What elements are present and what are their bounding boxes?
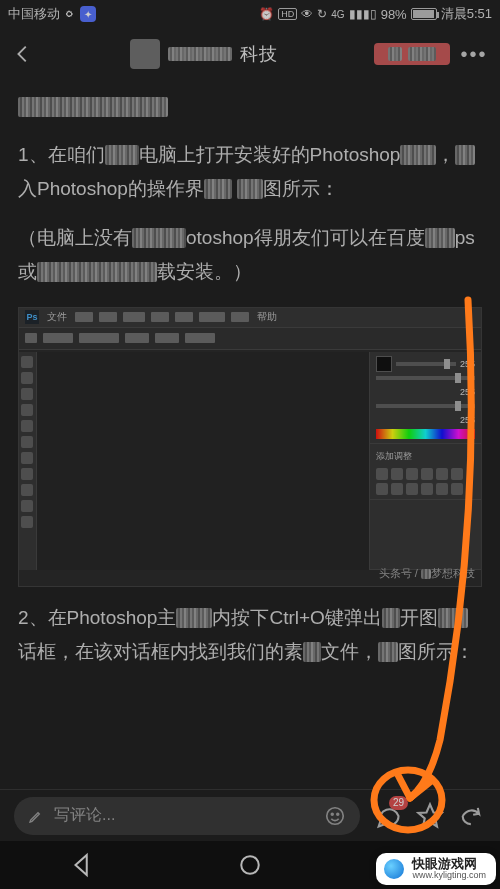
svg-point-2	[337, 813, 339, 815]
clock-label: 清晨5:51	[441, 5, 492, 23]
watermark-url: www.kyligting.com	[412, 871, 486, 881]
more-button[interactable]: •••	[460, 43, 488, 66]
emoji-icon[interactable]	[324, 805, 346, 827]
comment-placeholder: 写评论...	[54, 805, 115, 826]
follow-label-censored	[408, 47, 436, 61]
article-paragraph: （电脑上没有otoshop得朋友们可以在百度ps或载安装。）	[18, 221, 482, 289]
svg-point-4	[241, 856, 259, 874]
eye-icon: 👁	[301, 7, 313, 21]
svg-point-1	[331, 813, 333, 815]
author-name-suffix: 科技	[240, 42, 278, 66]
app-notif-icon: ✦	[80, 6, 96, 22]
ps-tools-panel	[19, 352, 37, 570]
wifi-off-icon: ⭘	[64, 7, 76, 21]
color-spectrum	[376, 429, 475, 439]
follow-button[interactable]	[374, 43, 450, 65]
status-bar: 中国移动 ⭘ ✦ ⏰ HD 👁 ↻ 4G ▮▮▮▯ 98% 清晨5:51	[0, 0, 500, 28]
svg-point-0	[327, 807, 344, 824]
alarm-icon: ⏰	[259, 7, 274, 21]
nav-home-icon[interactable]	[235, 850, 265, 880]
photoshop-screenshot: Ps 文件 帮助	[18, 307, 482, 587]
comments-button[interactable]: 29	[374, 802, 402, 830]
battery-pct: 98%	[381, 7, 407, 22]
network-label: 4G	[331, 9, 344, 20]
plus-icon	[388, 47, 402, 61]
author-name-censored	[168, 47, 232, 61]
watermark: 快眼游戏网 www.kyligting.com	[376, 853, 496, 885]
back-icon[interactable]	[12, 43, 34, 65]
bottom-action-bar: 写评论... 29	[0, 789, 500, 841]
carrier-label: 中国移动	[8, 5, 60, 23]
nav-back-icon[interactable]	[68, 850, 98, 880]
battery-icon	[411, 8, 437, 20]
ps-menubar: Ps 文件 帮助	[19, 308, 481, 328]
watermark-name: 快眼游戏网	[412, 857, 486, 871]
pencil-icon	[28, 808, 44, 824]
ps-menu-item: 帮助	[255, 308, 279, 326]
ps-menu-item: 文件	[45, 308, 69, 326]
ps-logo-icon: Ps	[25, 310, 39, 324]
article-paragraph: 1、在咱们电脑上打开安装好的Photoshop，入Photoshop的操作界 图…	[18, 138, 482, 206]
comment-input[interactable]: 写评论...	[14, 797, 360, 835]
signal-icon: ▮▮▮▯	[349, 7, 377, 21]
svg-marker-3	[418, 804, 441, 826]
favorite-button[interactable]	[416, 802, 444, 830]
article-paragraph: 2、在Photoshop主内按下Ctrl+O键弹出开图话框，在该对话框内找到我们…	[18, 601, 482, 669]
panel-title: 添加调整	[376, 451, 412, 461]
watermark-logo-icon	[382, 857, 406, 881]
ps-canvas	[37, 352, 369, 570]
sync-icon: ↻	[317, 7, 327, 21]
ps-options-bar	[19, 328, 481, 350]
share-button[interactable]	[458, 802, 486, 830]
author-avatar[interactable]	[130, 39, 160, 69]
hd-icon: HD	[278, 8, 297, 20]
comment-count-badge: 29	[389, 796, 408, 810]
app-header: 科技 •••	[0, 28, 500, 80]
ps-right-panels: 255 255 255 添加调整	[369, 352, 481, 570]
article-body: 1、在咱们电脑上打开安装好的Photoshop，入Photoshop的操作界 图…	[0, 80, 500, 669]
